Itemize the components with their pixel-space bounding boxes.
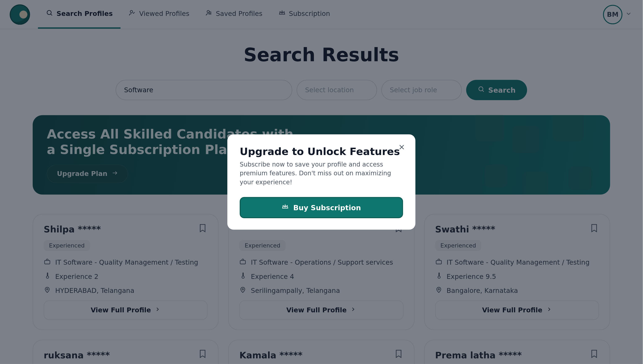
buy-subscription-button[interactable]: Buy Subscription — [240, 197, 403, 218]
modal-overlay[interactable]: Upgrade to Unlock Features Subscribe now… — [0, 0, 643, 364]
buy-subscription-label: Buy Subscription — [293, 204, 361, 212]
modal-body: Subscribe now to save your profile and a… — [240, 160, 403, 186]
close-button[interactable] — [398, 143, 406, 152]
upgrade-modal: Upgrade to Unlock Features Subscribe now… — [227, 134, 415, 230]
crown-icon — [282, 203, 289, 212]
modal-title: Upgrade to Unlock Features — [240, 146, 403, 157]
